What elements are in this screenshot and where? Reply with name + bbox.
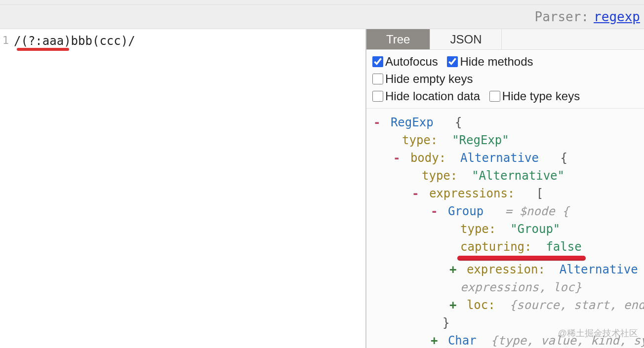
- expand-icon[interactable]: +: [449, 263, 456, 276]
- kv-type-group: type: "Group": [373, 220, 640, 238]
- options-row: Autofocus Hide methods Hide empty keys H…: [366, 50, 644, 109]
- collapse-icon[interactable]: -: [393, 151, 400, 165]
- main-area: 1 /(?:aaa)bbb(ccc)/ Tree JSON Autofocus …: [0, 29, 644, 348]
- hide-type-keys-checkbox[interactable]: [489, 91, 500, 102]
- node-char-1[interactable]: + Char {type, value, kind, symbol, c: [373, 332, 640, 348]
- ast-tree[interactable]: - RegExp { type: "RegExp" - body: Altern…: [366, 109, 644, 348]
- autofocus-checkbox[interactable]: [372, 56, 383, 67]
- parser-row: Parser: regexp: [0, 5, 644, 29]
- tab-json[interactable]: JSON: [430, 29, 502, 49]
- node-body[interactable]: - body: Alternative {: [373, 149, 640, 167]
- kv-type: type: "RegExp": [373, 131, 640, 149]
- code-content[interactable]: /(?:aaa)bbb(ccc)/: [14, 34, 135, 48]
- opt-hide-empty-keys[interactable]: Hide empty keys: [372, 72, 473, 85]
- annotation-underline-1: [17, 48, 69, 51]
- opt-hide-type-keys[interactable]: Hide type keys: [489, 89, 580, 103]
- expand-icon[interactable]: +: [449, 298, 456, 312]
- hide-methods-checkbox[interactable]: [447, 56, 458, 67]
- collapse-icon[interactable]: -: [412, 187, 419, 200]
- hide-location-checkbox[interactable]: [372, 91, 383, 102]
- tab-tree[interactable]: Tree: [366, 29, 430, 49]
- annotation-underline-2: [457, 256, 586, 261]
- node-expression-cont: expressions, loc}: [373, 278, 640, 296]
- top-toolbar: [0, 0, 644, 5]
- parser-label: Parser:: [535, 9, 589, 24]
- output-panel: Tree JSON Autofocus Hide methods Hide em…: [366, 29, 644, 348]
- expand-icon[interactable]: +: [431, 334, 438, 348]
- node-regexp[interactable]: - RegExp {: [373, 114, 640, 131]
- close-brace: }: [373, 314, 640, 332]
- code-editor[interactable]: 1 /(?:aaa)bbb(ccc)/: [0, 29, 366, 348]
- collapse-icon[interactable]: -: [373, 116, 380, 129]
- opt-hide-location[interactable]: Hide location data: [372, 89, 480, 103]
- opt-hide-methods[interactable]: Hide methods: [447, 55, 533, 68]
- kv-capturing: capturing: false: [373, 238, 640, 256]
- line-number: 1: [0, 34, 12, 46]
- parser-link[interactable]: regexp: [594, 9, 640, 24]
- output-tabs: Tree JSON: [366, 29, 644, 50]
- kv-type-alt: type: "Alternative": [373, 167, 640, 185]
- hide-empty-keys-checkbox[interactable]: [372, 74, 383, 84]
- collapse-icon[interactable]: -: [431, 204, 438, 218]
- node-expressions[interactable]: - expressions: [: [373, 185, 640, 202]
- opt-autofocus[interactable]: Autofocus: [372, 55, 438, 68]
- node-expression[interactable]: + expression: Alternative {type,: [373, 261, 640, 278]
- node-loc[interactable]: + loc: {source, start, end}: [373, 296, 640, 314]
- node-group[interactable]: - Group = $node {: [373, 202, 640, 220]
